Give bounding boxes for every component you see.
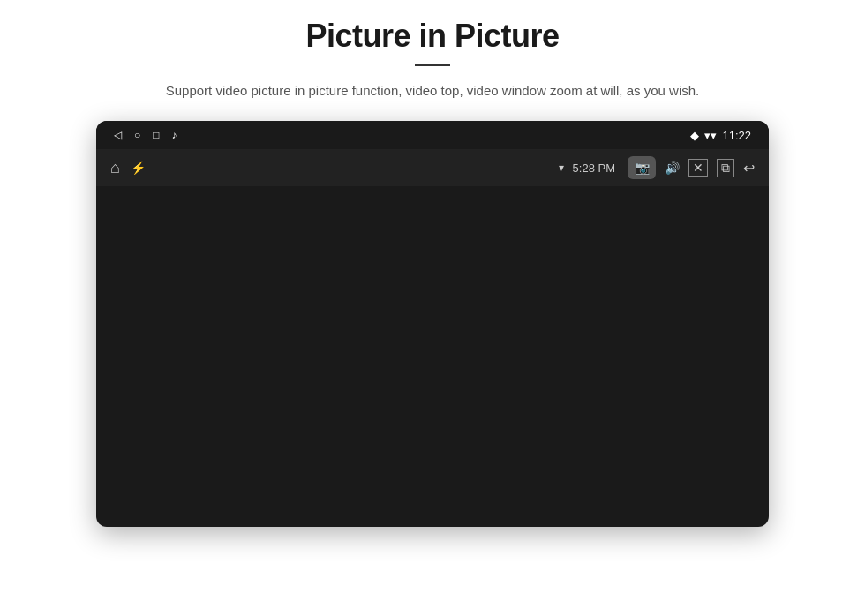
status-time: 11:22 xyxy=(722,129,751,142)
music-icon[interactable]: ♪ xyxy=(172,129,177,141)
title-divider xyxy=(415,64,450,66)
usb-icon[interactable]: ⚡ xyxy=(131,161,146,175)
pip-icon[interactable]: ⧉ xyxy=(717,159,734,177)
status-bar: ◁ ○ □ ♪ ◆ ▾▾ 11:22 xyxy=(96,121,769,149)
recents-nav-icon[interactable]: □ xyxy=(153,129,159,141)
volume-icon[interactable]: 🔊 xyxy=(665,161,680,175)
wifi-status-icon: ▾▾ xyxy=(704,129,717,142)
home-icon[interactable]: ⌂ xyxy=(110,159,120,177)
camera-button[interactable]: 📷 xyxy=(628,156,656,179)
back-icon[interactable]: ↩ xyxy=(743,160,755,177)
status-bar-left: ◁ ○ □ ♪ xyxy=(114,129,177,141)
page-subtitle: Support video picture in picture functio… xyxy=(166,80,699,101)
nav-bar-right: ▾ 5:28 PM 📷 🔊 ✕ ⧉ ↩ xyxy=(559,156,755,179)
device-frame: ◁ ○ □ ♪ ◆ ▾▾ 11:22 ⌂ ⚡ ▾ 5:28 PM 📷 🔊 xyxy=(96,121,769,527)
home-nav-icon[interactable]: ○ xyxy=(134,129,140,141)
page-title: Picture in Picture xyxy=(305,18,559,55)
nav-bar-left: ⌂ ⚡ xyxy=(110,159,146,177)
status-bar-right: ◆ ▾▾ 11:22 xyxy=(690,129,751,142)
close-icon[interactable]: ✕ xyxy=(688,159,708,177)
wifi-nav-icon: ▾ xyxy=(559,162,564,174)
location-icon: ◆ xyxy=(690,129,699,142)
nav-bar: ⌂ ⚡ ▾ 5:28 PM 📷 🔊 ✕ ⧉ ↩ xyxy=(96,149,769,186)
back-nav-icon[interactable]: ◁ xyxy=(114,129,122,141)
page-container: Picture in Picture Support video picture… xyxy=(0,0,865,616)
nav-time: 5:28 PM xyxy=(573,162,615,175)
